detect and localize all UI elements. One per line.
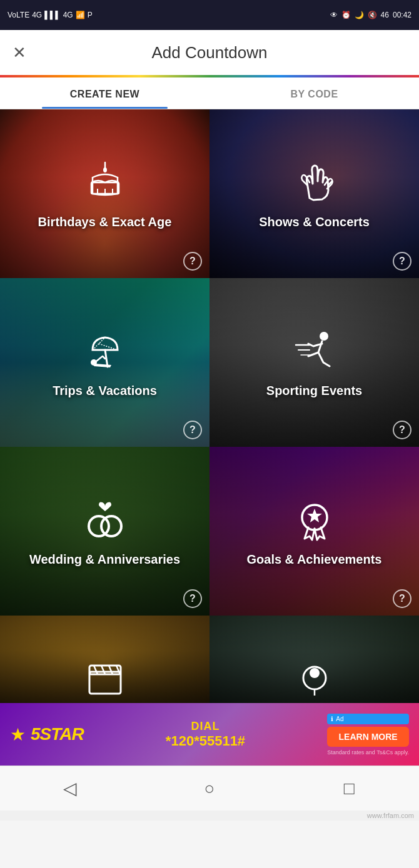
wifi-icon: 📶	[76, 11, 85, 19]
sporting-label: Sporting Events	[256, 382, 372, 399]
birthday-help[interactable]: ?	[183, 252, 202, 271]
outdoor-content	[210, 616, 419, 703]
goals-content: Goals & Achievements	[210, 447, 419, 616]
category-birthdays[interactable]: Birthdays & Exact Age ?	[0, 109, 210, 278]
tab-by-code[interactable]: BY CODE	[210, 77, 419, 109]
trips-help[interactable]: ?	[183, 421, 202, 439]
close-button[interactable]: ✕	[13, 44, 26, 61]
svg-line-19	[94, 666, 98, 674]
nav-bar: ◁ ○ □	[0, 766, 419, 811]
svg-point-2	[103, 167, 107, 172]
svg-line-22	[116, 666, 120, 674]
category-grid: Birthdays & Exact Age ? Shows & Concerts…	[0, 109, 419, 703]
ad-learn-button[interactable]: LEARN MORE	[327, 727, 409, 747]
category-goals[interactable]: Goals & Achievements ?	[210, 447, 419, 616]
status-right: 👁 ⏰ 🌙 🔇 46 00:42	[330, 11, 411, 19]
ad-info-label: Ad	[336, 716, 343, 722]
ad-dial-number: *120*55511#	[90, 733, 321, 749]
status-bar: VoLTE 4G ▌▌▌ 4G 📶 P 👁 ⏰ 🌙 🔇 46 00:42	[0, 0, 419, 30]
top-bar: ✕ Add Countdown	[0, 30, 419, 75]
moon-icon: 🌙	[355, 11, 364, 19]
category-trips[interactable]: Trips & Vacations ?	[0, 278, 210, 447]
page-title: Add Countdown	[151, 43, 267, 62]
tabs-container: CREATE NEW BY CODE	[0, 77, 419, 109]
ad-terms-text: Standard rates and Ts&Cs apply.	[327, 749, 409, 756]
ad-dial-label: DIAL	[90, 720, 321, 733]
trips-label: Trips & Vacations	[43, 382, 167, 399]
volte-indicator: VoLTE	[8, 11, 29, 19]
ad-brand-info: 5STAR	[31, 724, 84, 744]
beach-icon	[80, 326, 130, 376]
eye-icon: 👁	[330, 11, 338, 19]
p-icon: P	[88, 11, 93, 19]
ad-brand-name: 5STAR	[31, 724, 84, 744]
ad-brand-section: ★ 5STAR	[10, 724, 84, 745]
category-shows[interactable]: Shows & Concerts ?	[210, 109, 419, 278]
category-food[interactable]	[0, 616, 210, 703]
nav-back-button[interactable]: ◁	[51, 770, 89, 807]
medal-icon	[290, 495, 340, 545]
shows-help[interactable]: ?	[393, 252, 411, 271]
tab-create-new[interactable]: CREATE NEW	[0, 77, 210, 109]
shows-label: Shows & Concerts	[249, 214, 380, 230]
runner-icon	[290, 326, 340, 376]
ad-logo-icon: ★	[10, 724, 26, 745]
mute-icon: 🔇	[368, 11, 377, 19]
birthday-content: Birthdays & Exact Age	[0, 109, 210, 278]
rings-icon	[80, 495, 130, 545]
signal-4g-2: 4G	[63, 11, 73, 19]
trips-content: Trips & Vacations	[0, 278, 210, 447]
wedding-label: Wedding & Anniversaries	[19, 551, 190, 567]
outdoor-icon	[296, 659, 333, 697]
food-icon	[86, 659, 124, 697]
signal-4g-1: 4G	[32, 11, 42, 19]
category-sporting[interactable]: Sporting Events ?	[210, 278, 419, 447]
alarm-icon: ⏰	[341, 11, 351, 19]
sporting-content: Sporting Events	[210, 278, 419, 447]
birthday-label: Birthdays & Exact Age	[28, 214, 182, 230]
nav-recent-button[interactable]: □	[330, 770, 368, 807]
svg-line-21	[109, 666, 113, 674]
wedding-content: Wedding & Anniversaries	[0, 447, 210, 616]
ad-banner: ★ 5STAR DIAL *120*55511# ℹ Ad LEARN MORE…	[0, 703, 419, 766]
svg-marker-16	[307, 509, 322, 522]
svg-point-24	[310, 668, 320, 678]
watermark: www.frfam.com	[0, 811, 419, 821]
goals-help[interactable]: ?	[393, 589, 411, 608]
sporting-help[interactable]: ?	[393, 421, 411, 439]
battery-indicator: 46	[381, 11, 389, 19]
time-display: 00:42	[393, 11, 411, 19]
food-content	[0, 616, 210, 703]
goals-label: Goals & Achievements	[236, 551, 391, 567]
ad-cta-section: ℹ Ad LEARN MORE Standard rates and Ts&Cs…	[327, 714, 409, 756]
status-left: VoLTE 4G ▌▌▌ 4G 📶 P	[8, 11, 93, 19]
svg-line-20	[101, 666, 105, 674]
svg-point-9	[320, 332, 328, 341]
ad-center-content: DIAL *120*55511#	[84, 720, 328, 749]
category-wedding[interactable]: Wedding & Anniversaries ?	[0, 447, 210, 616]
wedding-help[interactable]: ?	[183, 589, 202, 608]
cake-icon	[80, 157, 130, 207]
svg-point-14	[101, 516, 121, 536]
rock-hand-icon	[290, 157, 340, 207]
info-icon: ℹ	[331, 716, 333, 722]
nav-home-button[interactable]: ○	[191, 770, 228, 807]
shows-content: Shows & Concerts	[210, 109, 419, 278]
category-outdoor[interactable]	[210, 616, 419, 703]
ad-info-button[interactable]: ℹ Ad	[327, 714, 409, 724]
signal-bars: ▌▌▌	[44, 11, 61, 19]
